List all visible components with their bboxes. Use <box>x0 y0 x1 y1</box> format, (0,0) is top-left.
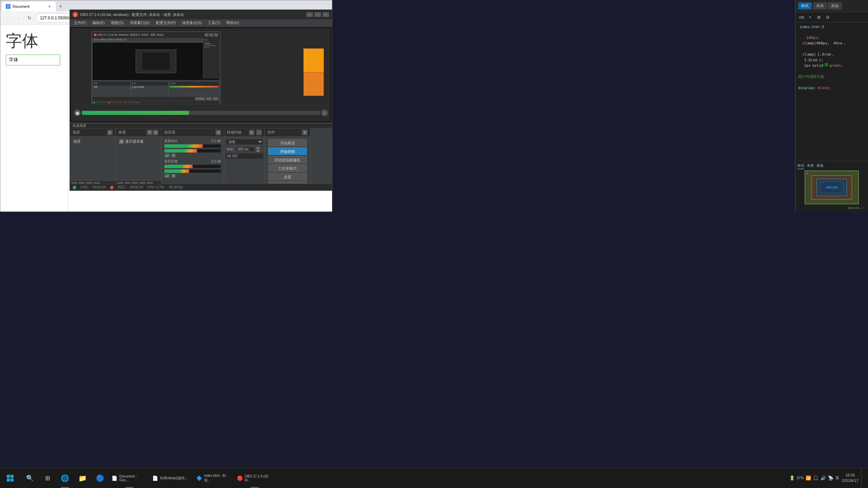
obs-scenes-panel: 场景 ⚙ 场景 + − ↑ ↓ <box>70 128 116 189</box>
tab-title: Document <box>13 4 29 8</box>
obs-scenes-settings-btn[interactable]: ⚙ <box>107 130 113 135</box>
taskbar-start-button[interactable] <box>0 468 20 488</box>
obs-audio-ch2-mute-btn[interactable]: 🔊 <box>164 174 170 178</box>
taskbar-app-explorer[interactable]: 📁 <box>74 468 91 488</box>
screenshot-vol-btn: ♪ <box>321 109 328 116</box>
mini-obs-icon <box>94 34 97 36</box>
obs-scenes-header: 场景 ⚙ <box>70 128 115 137</box>
obs-start-virtual-cam-btn[interactable]: 启动虚拟摄像机 <box>268 156 307 163</box>
obs-settings-btn[interactable]: 设置 <box>268 173 307 180</box>
devtools-settings-icon[interactable]: ⊟ <box>824 14 831 21</box>
devtools-layout-tab[interactable]: 布局 <box>813 2 827 9</box>
obs-duration-down-btn[interactable]: ▼ <box>256 149 260 152</box>
box-content-size: 400×100 <box>826 186 837 189</box>
obs-transitions-settings-btn[interactable]: ⚙ <box>249 130 254 135</box>
devtools-add-class-icon[interactable]: .cls <box>797 14 805 21</box>
obs-menu-help[interactable]: 帮助(H) <box>223 19 241 27</box>
obs-sources-eye-btn[interactable]: 👁 <box>147 130 152 135</box>
document-app-icon: 📄 <box>112 475 117 481</box>
mini-sources-panel: 来源 显示器采集 <box>131 81 169 97</box>
obs-start-stream-btn[interactable]: 开始推流 <box>268 139 307 146</box>
obs-source-item-monitor[interactable]: 🖥 显示器采集 <box>117 138 160 145</box>
taskbar-app-edge[interactable]: 🌐 <box>56 468 74 488</box>
obs-menu-edit[interactable]: 编辑(E) <box>90 19 107 27</box>
font-display: 字体 <box>6 30 62 52</box>
obs-menu-profile[interactable]: 配置文件(P) <box>153 19 179 27</box>
obs-transitions-header: 转场特效 ⚙ ↑ <box>224 128 264 137</box>
box-margin: 1 – 400×100 <box>805 170 859 204</box>
taskbar-app-chrome[interactable]: 🔵 <box>91 468 109 488</box>
mini-obs-panels-row: 场景 场景 来源 显示器采集 <box>93 81 219 97</box>
battery-label: 57% <box>797 476 804 480</box>
devtools-styles-tab[interactable]: 样式 <box>798 2 812 9</box>
obs-maximize-btn[interactable]: □ <box>314 12 321 17</box>
obs-menu-scene-collection[interactable]: 场景集合(S) <box>179 19 205 27</box>
taskbar-app-clamp[interactable]: 📄 利用clamp()超快... <box>150 468 194 488</box>
tab-favicon: D <box>6 4 11 9</box>
devtools-toolbar: 样式 布局 其他 <box>795 0 868 12</box>
obs-sources-settings-btn[interactable]: ⚙ <box>153 130 158 135</box>
obs-titlebar: ● OBS 27.2.4 (32-bit, windows) - 配置文件: 未… <box>70 10 332 19</box>
obs-menu-dock[interactable]: 停靠窗口(D) <box>127 19 153 27</box>
devtools-add-icon[interactable]: + <box>806 14 814 21</box>
taskbar-show-desktop-btn[interactable] <box>861 468 864 488</box>
obs-transitions-up-btn[interactable]: ↑ <box>256 130 262 135</box>
browser-tab-active[interactable]: D Document × <box>2 2 56 11</box>
svg-rect-2 <box>7 479 10 482</box>
chrome-icon: 🔵 <box>96 474 104 482</box>
tab-close-btn[interactable]: × <box>47 4 52 9</box>
obs-live-label: LIVE: <box>80 185 88 189</box>
obs-duration-spinners: ▲ ▼ <box>256 146 260 152</box>
obs-scene-item[interactable]: 场景 <box>71 138 114 145</box>
obs-menu-view[interactable]: 视图(O) <box>108 19 126 27</box>
obs-menu-tools[interactable]: 工具(T) <box>205 19 223 27</box>
box-model-panel: 样式 布局 其他 1 – 400×100 <box>795 161 868 212</box>
obs-studio-mode-btn[interactable]: 工作室模式 <box>268 164 307 172</box>
obs-minimize-btn[interactable]: ─ <box>306 12 313 17</box>
obs-taskbar-icon: 🔴 <box>237 475 243 481</box>
obs-audio-ch1-meter-bottom <box>164 149 221 153</box>
back-button[interactable]: ‹ <box>3 13 13 23</box>
obs-preview-inner: OBS 27.2.4 (32-bit, windows) - 配置文件: 未命名… <box>71 28 331 121</box>
taskbar-app-obs[interactable]: 🔴 OBS 27.2.4 (32-bi... <box>234 468 275 488</box>
devtools-other-tab[interactable]: 其他 <box>828 2 842 9</box>
obs-controls-settings-btn[interactable]: ⚙ <box>302 130 308 135</box>
taskbar-task-view-button[interactable]: ⊞ <box>39 468 56 488</box>
devtools-filter-icon[interactable]: ⊞ <box>815 14 823 21</box>
taskbar-search-button[interactable]: 🔍 <box>20 468 39 488</box>
taskbar-app-document[interactable]: 📄 Document - Goo... <box>109 468 150 488</box>
new-tab-button[interactable]: + <box>56 2 65 11</box>
headphone-icon: 🎧 <box>813 475 818 481</box>
edge-icon: 🌐 <box>61 474 69 482</box>
obs-transitions-content: 淡变 时长: ▲ ▼ Aft 300 <box>224 137 264 189</box>
mini-obs-bottom-panel: 场景 场景 来源 显示器采集 <box>92 81 220 108</box>
obs-mixer-settings-btn[interactable]: ⚙ <box>216 130 221 135</box>
obs-audio-ch1-mute-btn[interactable]: 🔊 <box>164 154 170 158</box>
screenshot-timeline <box>82 111 320 115</box>
font-input[interactable] <box>6 55 60 65</box>
refresh-button[interactable]: ↻ <box>25 13 34 23</box>
obs-scene-source-header: 未选择源 <box>70 123 332 128</box>
box-model-tab-layout[interactable]: 布局 <box>807 163 814 169</box>
obs-scenes-label: 场景 <box>73 130 80 135</box>
taskbar-running-apps: 🌐 📁 🔵 📄 Document - Goo... 📄 利用clamp()超快.… <box>56 468 275 488</box>
box-model-tab-styles[interactable]: 样式 <box>797 163 804 169</box>
obs-transition-type-select[interactable]: 淡变 <box>225 139 263 145</box>
obs-menu-file[interactable]: 文件(F) <box>71 19 89 27</box>
box-model-tabs: 样式 布局 其他 <box>797 163 866 169</box>
document-app-label: Document - Goo... <box>119 474 147 482</box>
obs-audio-ch2-name: 桌面音频 0.0 dB <box>164 159 221 164</box>
taskbar-app-vscode[interactable]: 🔷 index.html - 利用... <box>194 468 234 488</box>
obs-audio-ch1-settings-btn[interactable]: ⚙ <box>171 154 176 158</box>
box-model-tab-other[interactable]: 其他 <box>816 163 823 169</box>
size-indicator: 400×100 – + <box>847 206 865 210</box>
taskbar-clock[interactable]: 15:55 2022/6/17 <box>842 473 859 483</box>
desktop: D Document × + ‹ › ↻ ⋮ 字体 样式 布局 <box>0 0 868 488</box>
forward-button[interactable]: › <box>14 13 23 23</box>
obs-start-recording-btn[interactable]: 开始录制 <box>268 147 307 155</box>
explorer-icon: 📁 <box>78 474 87 482</box>
obs-duration-up-btn[interactable]: ▲ <box>256 146 260 149</box>
obs-close-btn[interactable]: × <box>322 12 329 17</box>
obs-audio-ch2-settings-btn[interactable]: ⚙ <box>171 174 176 178</box>
obs-duration-input[interactable] <box>236 147 255 152</box>
